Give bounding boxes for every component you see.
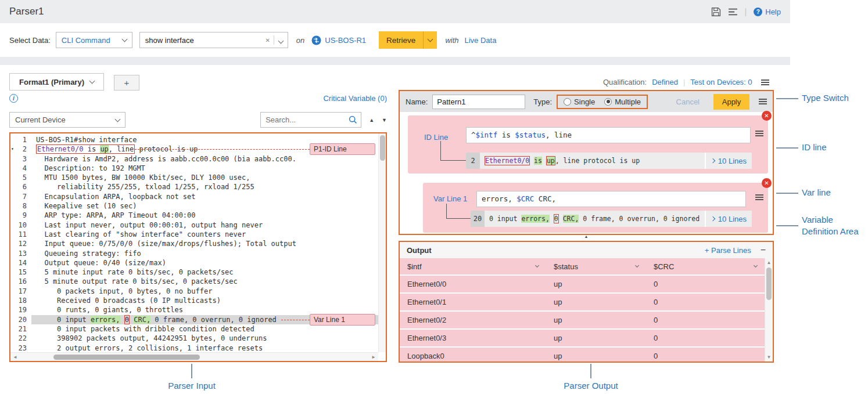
tab-format1[interactable]: Format1 (Primary) bbox=[9, 73, 104, 91]
radio-unselected-icon bbox=[564, 98, 571, 106]
column-label: $intf bbox=[407, 262, 422, 271]
splitter-handle[interactable]: ▲ bbox=[581, 234, 591, 238]
data-type-value: CLI Command bbox=[62, 36, 110, 45]
parse-lines-link[interactable]: + Parse Lines bbox=[705, 246, 751, 255]
annotation-variable-definition-area: Variable Definition Area bbox=[802, 214, 868, 237]
horizontal-scrollbar[interactable]: ◄ ► bbox=[10, 352, 378, 361]
line-number: 20 bbox=[10, 315, 31, 324]
device-scope-dropdown[interactable]: Current Device bbox=[9, 112, 125, 128]
menu-icon[interactable] bbox=[759, 99, 767, 104]
code-line[interactable]: 23 2 output errors, 2 collisions, 1 inte… bbox=[10, 344, 386, 353]
code-line[interactable]: 14 Output queue: 0/40 (size/max) bbox=[10, 258, 386, 268]
search-input[interactable] bbox=[261, 115, 345, 124]
data-type-dropdown[interactable]: CLI Command bbox=[56, 32, 132, 48]
scrollbar-thumb[interactable] bbox=[766, 268, 772, 300]
test-on-devices-count: 0 bbox=[748, 78, 752, 86]
line-number: 22 bbox=[10, 334, 31, 343]
search-next-icon[interactable]: ▼ bbox=[382, 117, 387, 123]
scroll-up-icon[interactable]: ▲ bbox=[765, 260, 773, 265]
scroll-right-icon[interactable]: ► bbox=[371, 355, 376, 360]
code-line[interactable]: 22 398902 packets output, 44242951 bytes… bbox=[10, 334, 386, 343]
ten-lines-link[interactable]: 10 Lines bbox=[705, 211, 752, 227]
scroll-left-icon[interactable]: ◄ bbox=[13, 355, 17, 360]
line-number: 14 bbox=[10, 258, 31, 268]
live-data-link[interactable]: Live Data bbox=[465, 36, 497, 45]
qualification-defined-link[interactable]: Defined bbox=[652, 78, 678, 86]
table-row[interactable]: Ethernet0/3up0 bbox=[400, 330, 765, 348]
code-editor: 1US-BOS-R1#show interface▾2Ethernet0/0 i… bbox=[9, 132, 387, 362]
tab-add-button[interactable]: + bbox=[114, 75, 139, 91]
scrollbar-thumb[interactable] bbox=[380, 135, 385, 161]
radio-multiple[interactable]: Multiple bbox=[604, 97, 641, 106]
code-line[interactable]: 4 Description: to 192 MGMT bbox=[10, 164, 386, 173]
vertical-scrollbar[interactable] bbox=[378, 133, 386, 352]
collapse-arrow-icon[interactable]: ▾ bbox=[11, 144, 14, 154]
column-header-intf[interactable]: $intf bbox=[400, 258, 546, 274]
code-line[interactable]: 12 Input queue: 0/75/0/0 (size/max/drops… bbox=[10, 239, 386, 248]
device-link[interactable]: US-BOS-R1 bbox=[311, 35, 366, 45]
callout-line bbox=[776, 193, 798, 194]
menu-icon[interactable] bbox=[755, 194, 763, 200]
var-line-pattern-input[interactable]: errors, $CRC CRC, bbox=[476, 191, 746, 207]
critical-variable-link[interactable]: Critical Variable (0) bbox=[323, 94, 387, 103]
callout-line bbox=[191, 364, 192, 378]
code-line[interactable]: 21 0 input packets with dribble conditio… bbox=[10, 324, 386, 334]
code-line[interactable]: 3 Hardware is AmdP2, address is aabb.cc0… bbox=[10, 154, 386, 164]
clear-icon[interactable]: ✕ bbox=[261, 37, 273, 44]
code-line[interactable]: 7 Encapsulation ARPA, loopback not set bbox=[10, 192, 386, 201]
output-scrollbar[interactable]: ▲ ▼ bbox=[765, 258, 773, 362]
scrollbar-thumb[interactable] bbox=[53, 355, 200, 360]
table-row[interactable]: Loopback0up0 bbox=[400, 348, 765, 362]
test-on-devices-link[interactable]: Test on Devices: 0 bbox=[690, 78, 752, 86]
code-line[interactable]: 18 Received 0 broadcasts (0 IP multicast… bbox=[10, 296, 386, 305]
menu-icon[interactable] bbox=[761, 79, 769, 85]
info-icon[interactable]: i bbox=[9, 94, 18, 103]
code-line[interactable]: 5 MTU 1500 bytes, BW 10000 Kbit/sec, DLY… bbox=[10, 173, 386, 182]
code-line[interactable]: 16 5 minute output rate 0 bits/sec, 0 pa… bbox=[10, 277, 386, 286]
var-line-tag[interactable]: Var Line 1 bbox=[310, 314, 375, 326]
code-line[interactable]: 9 ARP type: ARPA, ARP Timeout 04:00:00 bbox=[10, 211, 386, 220]
menu-icon[interactable] bbox=[755, 131, 763, 136]
save-icon[interactable] bbox=[711, 7, 721, 17]
code-line[interactable]: 8 Keepalive set (10 sec) bbox=[10, 201, 386, 211]
retrieve-button[interactable]: Retrieve bbox=[379, 31, 423, 49]
radio-single[interactable]: Single bbox=[564, 97, 595, 106]
retrieve-dropdown[interactable] bbox=[423, 31, 437, 49]
code-line[interactable]: 15 5 minute input rate 0 bits/sec, 0 pac… bbox=[10, 268, 386, 277]
code-line[interactable]: 11 Last clearing of "show interface" cou… bbox=[10, 230, 386, 239]
connector-line bbox=[440, 141, 466, 161]
ten-lines-link[interactable]: 10 Lines bbox=[705, 153, 752, 169]
close-icon[interactable]: ✕ bbox=[762, 178, 772, 188]
pattern-name-input[interactable] bbox=[432, 95, 525, 109]
help-button[interactable]: ? Help bbox=[754, 8, 781, 16]
command-input[interactable] bbox=[140, 36, 262, 45]
search-prev-icon[interactable]: ▲ bbox=[369, 117, 374, 123]
cancel-button[interactable]: Cancel bbox=[676, 97, 700, 106]
code-line[interactable]: 13 Queueing strategy: fifo bbox=[10, 249, 386, 258]
table-row[interactable]: Ethernet0/1up0 bbox=[400, 294, 765, 312]
table-cell: 0 bbox=[646, 276, 765, 292]
id-line-tag[interactable]: P1-ID Line bbox=[310, 143, 375, 155]
code-line[interactable]: 10 Last input never, output 00:00:01, ou… bbox=[10, 221, 386, 230]
scroll-down-icon[interactable]: ▼ bbox=[765, 355, 773, 360]
column-header-status[interactable]: $status bbox=[546, 258, 646, 274]
column-header-CRC[interactable]: $CRC bbox=[646, 258, 765, 274]
close-icon[interactable]: ✕ bbox=[762, 111, 772, 121]
ten-lines-label: 10 Lines bbox=[718, 157, 747, 165]
apply-button[interactable]: Apply bbox=[713, 94, 749, 110]
code-line[interactable]: 6 reliability 255/255, txload 1/255, rxl… bbox=[10, 182, 386, 191]
collapse-icon[interactable]: − bbox=[761, 245, 766, 255]
table-row[interactable]: Ethernet0/0up0 bbox=[400, 276, 765, 294]
command-dropdown-toggle[interactable] bbox=[274, 36, 288, 45]
list-icon[interactable] bbox=[728, 7, 738, 17]
table-row[interactable]: Ethernet0/2up0 bbox=[400, 312, 765, 330]
output-header-row: $intf$status$CRC bbox=[400, 258, 765, 276]
radio-single-label: Single bbox=[574, 97, 595, 106]
search-icon[interactable] bbox=[345, 115, 361, 124]
id-line-pattern-input[interactable]: ^$intf is $status, line bbox=[466, 127, 751, 143]
line-number: 21 bbox=[10, 324, 31, 334]
line-number: 23 bbox=[10, 344, 31, 353]
divider-band bbox=[0, 57, 790, 65]
code-line[interactable]: 17 0 packets input, 0 bytes, 0 no buffer bbox=[10, 287, 386, 296]
help-icon: ? bbox=[754, 8, 762, 16]
